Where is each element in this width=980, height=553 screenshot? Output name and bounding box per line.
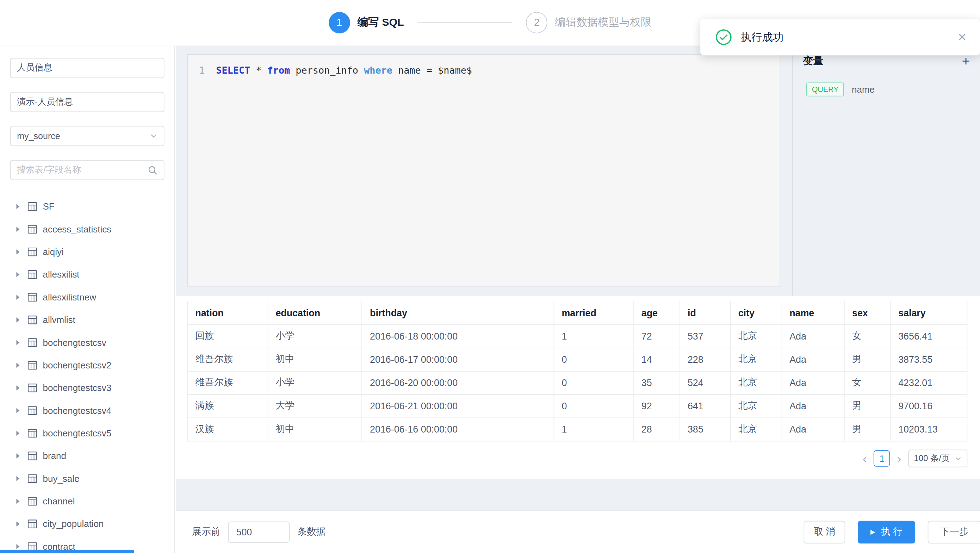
caret-right-icon[interactable] — [16, 340, 19, 345]
table-icon — [28, 497, 37, 506]
column-header-married: married — [554, 301, 633, 324]
tree-item-label: bochengtestcsv3 — [43, 383, 112, 393]
limit-suffix-label: 条数据 — [298, 526, 326, 538]
datasource-select[interactable]: my_source — [10, 126, 164, 146]
table-icon — [28, 406, 37, 415]
table-cell: 维吾尔族 — [188, 371, 268, 394]
pagination-next-icon[interactable]: › — [896, 452, 902, 465]
sql-token: person_info — [290, 65, 364, 76]
sql-editor[interactable]: 1 SELECT * from person_info where name =… — [187, 54, 780, 287]
pagination-prev-icon[interactable]: ‹ — [861, 452, 868, 465]
caret-right-icon[interactable] — [16, 544, 19, 549]
caret-right-icon[interactable] — [16, 499, 19, 504]
tree-item-brand[interactable]: brand — [10, 445, 164, 467]
tree-item-aiqiyi[interactable]: aiqiyi — [10, 241, 164, 263]
caret-right-icon[interactable] — [16, 453, 19, 458]
column-header-city: city — [730, 301, 782, 324]
tree-item-label: bochengtestcsv5 — [43, 428, 112, 439]
variable-name: name — [852, 84, 875, 95]
success-toast: 执行成功 × — [700, 19, 980, 56]
dataset-display-name-value: 演示-人员信息 — [17, 97, 158, 108]
table-cell: 北京 — [730, 417, 782, 441]
table-cell: 641 — [680, 394, 730, 417]
caret-right-icon[interactable] — [16, 408, 19, 413]
add-variable-icon[interactable]: + — [962, 54, 970, 68]
table-cell: 2016-06-16 00:00:00 — [362, 417, 554, 441]
caret-right-icon[interactable] — [16, 431, 19, 436]
sql-token: where — [364, 65, 393, 76]
column-header-nation: nation — [188, 301, 268, 324]
row-limit-input[interactable]: 500 — [228, 521, 290, 543]
tree-item-label: city_population — [43, 519, 104, 529]
table-cell: 14 — [633, 348, 679, 371]
tree-item-allesxilist[interactable]: allesxilist — [10, 263, 164, 286]
table-icon — [28, 384, 37, 393]
caret-right-icon[interactable] — [16, 317, 19, 322]
table-icon — [28, 293, 37, 302]
tree-item-bochengtestcsv[interactable]: bochengtestcsv — [10, 331, 164, 354]
run-button-label: 执 行 — [881, 526, 902, 538]
table-cell: 228 — [680, 348, 730, 371]
caret-right-icon[interactable] — [16, 272, 19, 277]
tree-item-channel[interactable]: channel — [10, 490, 164, 512]
tree-item-allesxilistnew[interactable]: allesxilistnew — [10, 286, 164, 308]
pagination-page-1[interactable]: 1 — [873, 450, 890, 466]
table-icon — [28, 451, 37, 460]
cancel-button[interactable]: 取 消 — [803, 521, 845, 543]
next-step-button[interactable]: 下一步 — [928, 521, 980, 543]
tree-item-access_statistics[interactable]: access_statistics — [10, 218, 164, 241]
column-header-education: education — [268, 301, 362, 324]
toast-close-icon[interactable]: × — [958, 30, 966, 44]
pagination: ‹ 1 › 100 条/页 — [861, 450, 967, 467]
dataset-name-input[interactable]: 人员信息 — [10, 58, 164, 78]
table-cell: 满族 — [188, 394, 268, 417]
bottom-action-bar: 展示前 500 条数据 取 消 ▶ 执 行 下一步 — [176, 510, 980, 553]
caret-right-icon[interactable] — [16, 295, 19, 300]
tree-item-city_population[interactable]: city_population — [10, 512, 164, 535]
page-size-select[interactable]: 100 条/页 — [908, 450, 967, 467]
run-button[interactable]: ▶ 执 行 — [858, 521, 915, 543]
table-icon — [28, 474, 37, 483]
tree-item-bochengtestcsv2[interactable]: bochengtestcsv2 — [10, 354, 164, 377]
tree-item-SF[interactable]: SF — [10, 195, 164, 218]
table-cell: 35 — [633, 371, 679, 394]
tree-item-buy_sale[interactable]: buy_sale — [10, 467, 164, 490]
tree-item-bochengtestcsv3[interactable]: bochengtestcsv3 — [10, 377, 164, 399]
table-cell: 小学 — [268, 324, 362, 348]
horizontal-scrollbar[interactable] — [0, 550, 134, 553]
table-cell: 2016-06-18 00:00:00 — [362, 324, 554, 348]
page-size-value: 100 条/页 — [914, 453, 950, 464]
table-search-input[interactable]: 搜索表/字段名称 — [10, 160, 164, 180]
tree-item-label: allesxilistnew — [43, 292, 96, 303]
tree-item-label: bochengtestcsv4 — [43, 405, 112, 416]
table-row: 维吾尔族小学2016-06-20 00:00:00035524北京Ada女423… — [188, 371, 967, 394]
caret-right-icon[interactable] — [16, 385, 19, 390]
table-cell: 北京 — [730, 394, 782, 417]
table-cell: 回族 — [188, 324, 268, 348]
table-cell: 初中 — [268, 348, 362, 371]
tree-item-bochengtestcsv5[interactable]: bochengtestcsv5 — [10, 422, 164, 445]
caret-right-icon[interactable] — [16, 227, 19, 232]
tree-item-label: bochengtestcsv — [43, 337, 107, 348]
caret-right-icon[interactable] — [16, 249, 19, 254]
table-icon — [28, 429, 37, 438]
tree-item-allvmlist[interactable]: allvmlist — [10, 308, 164, 331]
table-cell: 大学 — [268, 394, 362, 417]
tree-item-label: allvmlist — [43, 315, 75, 325]
caret-right-icon[interactable] — [16, 521, 19, 526]
step-1-write-sql: 1 编写 SQL — [329, 12, 404, 33]
caret-right-icon[interactable] — [16, 476, 19, 481]
dataset-display-name-input[interactable]: 演示-人员信息 — [10, 92, 164, 112]
variables-panel-title: 变量 — [803, 55, 823, 68]
tree-item-bochengtestcsv4[interactable]: bochengtestcsv4 — [10, 399, 164, 422]
table-cell: 北京 — [730, 324, 782, 348]
step-1-label: 编写 SQL — [358, 15, 404, 30]
caret-right-icon[interactable] — [16, 204, 19, 209]
table-row: 满族大学2016-06-21 00:00:00092641北京Ada男9700.… — [188, 394, 967, 417]
caret-right-icon[interactable] — [16, 363, 19, 368]
step-2-label: 编辑数据模型与权限 — [555, 15, 652, 30]
table-cell: Ada — [782, 371, 845, 394]
datasource-selected-value: my_source — [17, 131, 150, 141]
table-cell: 0 — [554, 348, 633, 371]
play-icon: ▶ — [870, 528, 875, 536]
